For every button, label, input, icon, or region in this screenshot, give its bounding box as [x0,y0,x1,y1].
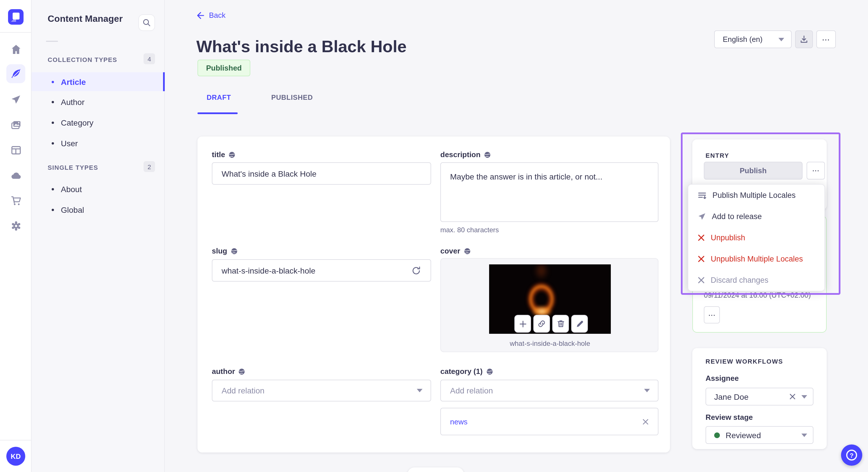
sidebar-item-global[interactable]: Global [32,200,164,219]
entry-form-card: title description Maybe the answer is in… [197,136,670,452]
chevron-down-icon [801,395,807,398]
language-select[interactable]: English (en) [714,30,792,48]
tab-draft[interactable]: DRAFT [197,94,240,102]
review-workflows-panel: REVIEW WORKFLOWS Assignee Jane Doe Revie… [692,348,827,449]
sidebar-item-author[interactable]: Author [32,92,164,111]
releases-icon[interactable] [6,90,25,109]
sidebar-title: Content Manager [48,14,123,24]
sidebar-divider [46,41,58,42]
cross-icon [698,234,705,241]
single-types-heading: SINGLE TYPES [48,164,98,171]
description-field-label: description [440,150,491,159]
deploy-cloud-icon[interactable] [6,166,25,185]
menu-item-add-to-release[interactable]: Add to release [688,206,825,227]
description-helper-text: max. 80 characters [440,226,499,234]
nav-rail: KD [0,0,32,472]
active-tab-indicator [197,112,238,114]
content-type-builder-icon[interactable] [6,140,25,160]
globe-icon [484,151,491,158]
cover-field-label: cover [440,247,470,255]
globe-icon [228,151,236,158]
chevron-down-icon [417,389,423,392]
menu-item-discard-changes[interactable]: Discard changes [688,270,825,291]
delete-media-button[interactable] [552,315,569,333]
author-relation-select[interactable]: Add relation [212,380,431,401]
title-input[interactable] [212,162,431,185]
bullet-icon [52,142,54,144]
review-stage-select[interactable]: Reviewed [706,426,813,444]
clear-assignee-icon[interactable] [789,394,796,400]
schedule-more-button[interactable]: ⋯ [704,306,720,324]
bullet-icon [52,101,54,103]
rail-divider [0,32,32,33]
description-textarea[interactable]: Maybe the answer is in this article, or … [440,162,658,222]
sidebar-item-category[interactable]: Category [32,113,164,132]
paper-plane-icon [698,212,706,221]
sidebar-item-label: Category [61,118,94,127]
cross-icon [698,276,705,284]
globe-icon [230,247,237,255]
bullet-icon [52,208,54,211]
sidebar-item-label: Global [61,205,84,214]
back-arrow-icon [196,11,205,19]
edit-media-button[interactable] [571,315,588,333]
header-more-button[interactable]: ⋯ [816,30,836,48]
settings-gear-icon[interactable] [6,216,25,235]
menu-item-unpublish[interactable]: Unpublish [688,227,825,248]
schedule-date-text: 09/11/2024 at 16:00 (UTC+02:00) [704,291,822,299]
download-button[interactable] [795,30,813,48]
collection-types-count-badge: 4 [144,53,155,64]
sidebar-item-article[interactable]: Article [32,72,164,91]
floating-widget [408,467,464,472]
strapi-logo-icon[interactable] [8,9,24,25]
assignee-label: Assignee [706,374,739,382]
search-icon [143,19,151,27]
relation-link[interactable]: news [450,417,468,426]
chevron-down-icon [778,38,784,41]
assignee-select[interactable]: Jane Doe [706,388,813,405]
content-manager-icon[interactable] [6,64,25,83]
author-field-label: author [212,367,245,376]
category-field-label: category (1) [440,367,493,376]
help-button[interactable]: ? [841,444,862,466]
search-button[interactable] [138,14,155,31]
status-badge: Published [197,60,250,76]
publish-actions-menu: Publish Multiple Locales Add to release … [688,184,825,291]
globe-icon [464,247,470,255]
add-media-button[interactable] [515,315,531,333]
sidebar-item-label: Article [61,77,86,86]
menu-item-unpublish-multiple-locales[interactable]: Unpublish Multiple Locales [688,248,825,270]
stage-status-dot [714,432,720,438]
sidebar-item-about[interactable]: About [32,179,164,198]
media-library-icon[interactable] [6,115,25,134]
page-title: What's inside a Black Hole [196,38,407,57]
entry-more-button[interactable]: ⋯ [807,162,825,179]
rail-divider [0,440,32,440]
slug-input[interactable] [212,259,431,281]
publish-button[interactable]: Publish [704,162,803,179]
question-mark-icon: ? [846,450,857,461]
category-relation-select[interactable]: Add relation [440,380,658,401]
entry-heading: ENTRY [706,152,730,159]
review-workflows-heading: REVIEW WORKFLOWS [706,358,783,365]
remove-relation-icon[interactable] [642,418,649,425]
sidebar-item-user[interactable]: User [32,134,164,153]
menu-item-publish-multiple-locales[interactable]: Publish Multiple Locales [688,185,825,206]
download-icon [800,35,808,43]
regenerate-slug-icon[interactable] [412,266,421,275]
globe-icon [486,368,493,375]
bullet-icon [52,188,54,190]
content-manager-sidebar: Content Manager COLLECTION TYPES 4 Artic… [32,0,165,472]
back-link[interactable]: Back [196,11,226,20]
marketplace-cart-icon[interactable] [6,191,25,210]
cross-icon [698,255,705,263]
copy-link-button[interactable] [533,315,550,333]
slug-field-label: slug [212,247,237,255]
bullet-icon [52,80,54,83]
list-plus-icon [698,191,707,200]
app-window: KD Content Manager COLLECTION TYPES 4 Ar… [0,0,868,472]
tab-published[interactable]: PUBLISHED [262,94,322,102]
home-icon[interactable] [6,40,25,59]
user-avatar[interactable]: KD [6,447,25,466]
category-relation-item: news [440,408,658,435]
